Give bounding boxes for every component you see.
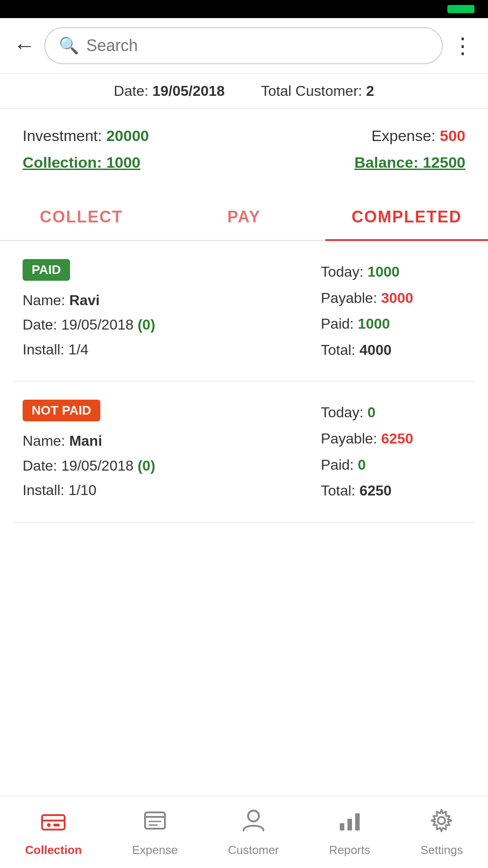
customer-date-sub: (0): [137, 316, 155, 333]
investment-label: Investment:: [23, 127, 102, 144]
svg-point-8: [248, 811, 259, 821]
date-label: Date:: [114, 83, 148, 99]
today-row-mani: Today: 0: [321, 400, 465, 426]
status-badge-paid: PAID: [23, 259, 70, 281]
expense-item: Expense: 500: [371, 127, 465, 145]
customer-date: 19/05/2018: [61, 316, 133, 333]
date-value: 19/05/2018: [152, 83, 225, 99]
date-info: Date: 19/05/2018: [114, 83, 225, 99]
svg-rect-4: [145, 812, 165, 829]
customer-name-mani: Mani: [69, 433, 102, 449]
customer-left-ravi: PAID Name: Ravi Date: 19/05/2018 (0) Ins…: [23, 259, 312, 363]
customer-name-row: Name: Ravi: [23, 288, 312, 312]
customer-install-row-mani: Install: 1/10: [23, 478, 312, 502]
bottom-nav: Collection Expense Customer: [0, 796, 488, 868]
search-input[interactable]: [86, 36, 428, 55]
paid-value: 1000: [358, 316, 390, 332]
customer-left-mani: NOT PAID Name: Mani Date: 19/05/2018 (0)…: [23, 400, 312, 504]
nav-item-expense[interactable]: Expense: [132, 807, 178, 857]
expense-nav-label: Expense: [132, 843, 178, 857]
date-label-ravi: Date:: [23, 316, 61, 333]
total-customer-value: 2: [366, 83, 374, 99]
svg-point-12: [438, 817, 445, 824]
tab-completed[interactable]: COMPLETED: [325, 194, 488, 240]
paid-row-mani: Paid: 0: [321, 452, 465, 478]
collection-icon: [40, 807, 67, 840]
payable-row-mani: Payable: 6250: [321, 426, 465, 452]
tabs-bar: COLLECT PAY COMPLETED: [0, 194, 488, 241]
nav-item-reports[interactable]: Reports: [329, 807, 370, 857]
balance-link[interactable]: Balance: 12500: [354, 154, 465, 171]
summary-section: Investment: 20000 Expense: 500 Collectio…: [0, 109, 488, 194]
summary-row-2: Collection: 1000 Balance: 12500: [23, 154, 465, 171]
expense-icon: [141, 807, 169, 840]
total-row-mani: Total: 6250: [321, 478, 465, 504]
customer-date-mani: 19/05/2018: [61, 458, 133, 474]
payable-value: 3000: [381, 290, 413, 306]
today-row: Today: 1000: [321, 259, 465, 285]
expense-value: 500: [440, 127, 465, 144]
collection-link[interactable]: Collection: 1000: [23, 154, 141, 171]
balance-item[interactable]: Balance: 12500: [354, 154, 465, 171]
svg-rect-3: [53, 824, 60, 826]
svg-rect-10: [347, 819, 352, 830]
investment-item: Investment: 20000: [23, 127, 149, 145]
nav-item-settings[interactable]: Settings: [420, 807, 463, 857]
svg-rect-0: [42, 815, 65, 830]
status-badge-not-paid: NOT PAID: [23, 400, 100, 421]
search-icon: 🔍: [59, 36, 79, 55]
svg-rect-11: [355, 813, 360, 830]
reports-nav-label: Reports: [329, 843, 370, 857]
status-bar: [0, 0, 488, 18]
payable-value-mani: 6250: [381, 430, 413, 447]
tab-collect[interactable]: COLLECT: [0, 194, 163, 240]
more-options-button[interactable]: ⋮: [452, 33, 474, 58]
customer-install-mani: 1/10: [68, 482, 96, 498]
customer-info-ravi: Name: Ravi Date: 19/05/2018 (0) Install:…: [23, 288, 312, 362]
collection-label: Collection:: [23, 154, 102, 171]
collection-value: 1000: [106, 154, 141, 171]
svg-rect-9: [340, 823, 344, 830]
customer-right-mani: Today: 0 Payable: 6250 Paid: 0 Total: 62…: [312, 400, 465, 504]
customer-date-row: Date: 19/05/2018 (0): [23, 312, 312, 337]
settings-nav-label: Settings: [420, 843, 463, 857]
collection-nav-label: Collection: [25, 843, 82, 857]
customer-card-mani[interactable]: NOT PAID Name: Mani Date: 19/05/2018 (0)…: [14, 382, 474, 522]
nav-item-customer[interactable]: Customer: [228, 807, 279, 857]
battery-icon: [447, 5, 474, 13]
total-value: 4000: [359, 342, 391, 358]
total-value-mani: 6250: [359, 482, 391, 499]
investment-value: 20000: [106, 127, 149, 144]
paid-row: Paid: 1000: [321, 311, 465, 337]
header: ← 🔍 ⋮: [0, 18, 488, 74]
customer-icon: [240, 807, 267, 840]
search-bar[interactable]: 🔍: [44, 27, 443, 64]
back-button[interactable]: ←: [14, 35, 35, 57]
customer-install: 1/4: [68, 341, 88, 358]
paid-value-mani: 0: [358, 457, 366, 473]
customer-date-row-mani: Date: 19/05/2018 (0): [23, 453, 312, 478]
customer-right-ravi: Today: 1000 Payable: 3000 Paid: 1000 Tot…: [312, 259, 465, 363]
customer-info-mani: Name: Mani Date: 19/05/2018 (0) Install:…: [23, 429, 312, 502]
payable-row: Payable: 3000: [321, 285, 465, 311]
summary-row-1: Investment: 20000 Expense: 500: [23, 127, 465, 145]
collection-item[interactable]: Collection: 1000: [23, 154, 141, 171]
nav-item-collection[interactable]: Collection: [25, 807, 82, 857]
install-label-mani: Install:: [23, 482, 68, 498]
customer-list: PAID Name: Ravi Date: 19/05/2018 (0) Ins…: [0, 241, 488, 523]
reports-icon: [336, 807, 363, 840]
total-customer-label: Total Customer:: [261, 83, 362, 99]
tab-pay[interactable]: PAY: [163, 194, 325, 240]
install-label: Install:: [23, 341, 68, 358]
customer-install-row: Install: 1/4: [23, 337, 312, 362]
customer-date-sub-mani: (0): [137, 458, 155, 474]
svg-point-2: [47, 823, 51, 827]
expense-label: Expense:: [371, 127, 436, 144]
total-row: Total: 4000: [321, 337, 465, 363]
today-value: 1000: [367, 264, 399, 280]
date-label-mani: Date:: [23, 458, 61, 474]
balance-label: Balance:: [354, 154, 418, 171]
today-value-mani: 0: [367, 404, 375, 420]
customer-name: Ravi: [69, 292, 100, 308]
customer-card-ravi[interactable]: PAID Name: Ravi Date: 19/05/2018 (0) Ins…: [14, 241, 474, 382]
